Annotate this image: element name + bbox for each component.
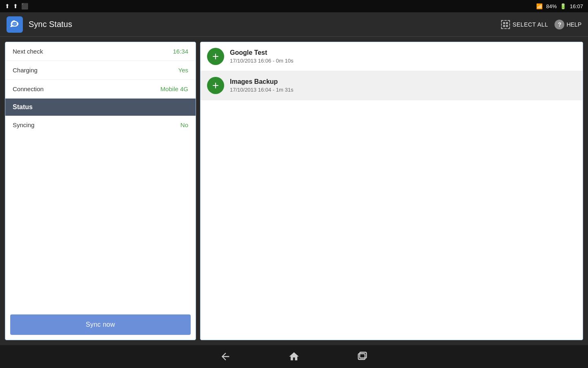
status-header: Status [5,99,196,116]
sync-item-images-backup[interactable]: + Images Backup 17/10/2013 16:04 - 1m 31… [200,71,583,100]
clock: 16:07 [570,3,583,9]
item-name-1: Google Test [230,49,293,56]
select-all-icon [501,20,510,29]
app-bar-actions: SELECT ALL ? HELP [501,20,581,29]
sync-item-google-test[interactable]: + Google Test 17/10/2013 16:06 - 0m 10s [200,42,583,71]
panel-spacer [5,134,196,310]
syncing-value: No [180,121,188,128]
connection-label: Connection [13,85,44,92]
right-panel: + Google Test 17/10/2013 16:06 - 0m 10s … [200,42,583,340]
syncing-row: Syncing No [5,116,196,134]
next-check-value: 16:34 [173,48,188,55]
recents-button[interactable] [353,347,372,366]
help-icon: ? [555,20,564,29]
charging-value: Yes [178,67,188,74]
syncing-label: Syncing [13,121,34,128]
app-title: Sync Status [29,20,501,29]
battery-icon: 🔋 [560,3,566,9]
charging-label: Charging [13,67,38,74]
add-icon-2: + [207,77,224,94]
status-left-icons: ⬆ ⬆ ⬛ [5,3,28,9]
status-bar: ⬆ ⬆ ⬛ 📶 84% 🔋 16:07 [0,0,588,12]
app-bar: Sync Status SELECT ALL ? HELP [0,12,588,37]
usb-icon-2: ⬆ [13,3,18,9]
help-button[interactable]: ? HELP [555,20,581,29]
left-panel: Next check 16:34 Charging Yes Connection… [5,42,196,340]
add-icon-1: + [207,48,224,65]
nav-bar [0,345,588,368]
main-content: Next check 16:34 Charging Yes Connection… [0,37,588,345]
item-info-1: Google Test 17/10/2013 16:06 - 0m 10s [230,49,293,64]
item-name-2: Images Backup [230,78,293,85]
app-icon [7,16,23,33]
usb-icon-1: ⬆ [5,3,10,9]
item-meta-2: 17/10/2013 16:04 - 1m 31s [230,87,293,93]
item-meta-1: 17/10/2013 16:06 - 0m 10s [230,58,293,64]
connection-value: Mobile 4G [160,85,188,92]
connection-row: Connection Mobile 4G [5,80,196,99]
sync-now-button[interactable]: Sync now [10,314,191,335]
next-check-row: Next check 16:34 [5,42,196,61]
select-all-button[interactable]: SELECT ALL [501,20,548,29]
battery-percent: 84% [546,3,557,9]
charging-row: Charging Yes [5,61,196,80]
next-check-label: Next check [13,48,43,55]
status-right-info: 📶 84% 🔋 16:07 [536,3,583,9]
signal-icon: 📶 [536,3,543,9]
usb-icon-3: ⬛ [21,3,28,9]
back-button[interactable] [216,347,235,366]
item-info-2: Images Backup 17/10/2013 16:04 - 1m 31s [230,78,293,93]
home-button[interactable] [284,347,304,366]
